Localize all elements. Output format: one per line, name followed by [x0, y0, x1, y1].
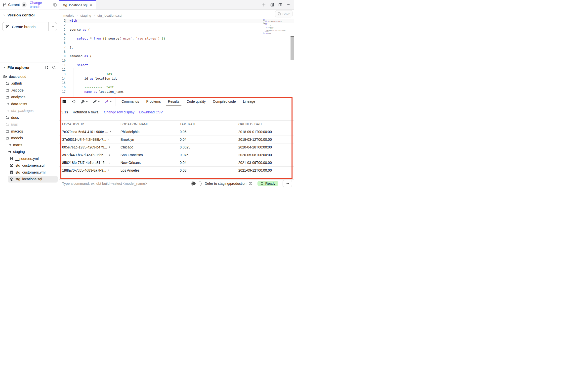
new-tab-plus-icon[interactable]	[262, 3, 266, 7]
change-row-display-link[interactable]: Change row display	[104, 110, 134, 114]
table-cell: 0.04	[177, 138, 235, 141]
file-item-docs[interactable]: docs	[3, 114, 58, 121]
help-icon[interactable]	[249, 182, 252, 186]
split-editor-icon[interactable]	[278, 3, 282, 7]
file-item--vscode[interactable]: .vscode	[3, 87, 58, 94]
ready-status-badge[interactable]: Ready	[257, 181, 278, 186]
returned-rows-label: Returned 6 rows.	[73, 110, 99, 114]
new-file-icon[interactable]	[45, 65, 49, 69]
save-label: Save	[283, 12, 291, 16]
close-icon[interactable]: ×	[90, 3, 92, 7]
create-branch-dropdown[interactable]	[49, 22, 57, 31]
code-line[interactable]: 5 select * from {{ source('ecom', 'raw_s…	[59, 37, 294, 41]
table-row[interactable]: 858218fb-73f7-4b1b-a31f-5...New Orleans0…	[59, 159, 294, 167]
file-item-marts[interactable]: marts	[5, 141, 58, 148]
expand-cell-icon[interactable]	[107, 169, 110, 172]
file-item-staging[interactable]: staging	[5, 148, 58, 155]
search-icon[interactable]	[52, 65, 56, 69]
file-item-stg-customers-sql[interactable]: stg_customers.sql	[8, 162, 58, 169]
results-meta-row: 3.1s Returned 6 rows. Change row display…	[59, 106, 294, 116]
version-control-header[interactable]: Version control	[0, 9, 59, 19]
code-line[interactable]: 16 ---------- text	[59, 85, 294, 90]
toolbar-divider	[116, 97, 116, 106]
breadcrumb: modelsstagingstg_locations.sql	[63, 12, 122, 19]
file-item-macros[interactable]: macros	[3, 128, 58, 135]
format-dropdown[interactable]	[93, 99, 100, 103]
code-line[interactable]: 15	[59, 81, 294, 85]
defer-label: Defer to staging/production	[205, 182, 246, 186]
expand-cell-icon[interactable]	[109, 131, 112, 133]
code-line[interactable]: 10	[59, 59, 294, 63]
copy-icon[interactable]	[53, 3, 57, 7]
changelog-icon[interactable]	[270, 3, 274, 7]
code-view-icon[interactable]	[72, 99, 76, 103]
panel-tab-problems[interactable]: Problems	[146, 97, 161, 106]
code-line[interactable]: 12	[59, 68, 294, 72]
file-explorer-header[interactable]: File explorer	[0, 63, 59, 72]
file-item-stg-locations-sql[interactable]: stg_locations.sql	[8, 176, 58, 183]
expand-cell-icon[interactable]	[109, 161, 111, 164]
code-editor[interactable]: 1with23source as (45 select * from {{ so…	[59, 19, 294, 97]
sidebar: Current Change branch Version control Cr…	[0, 0, 59, 188]
download-csv-link[interactable]: Download CSV	[139, 110, 163, 114]
minimap[interactable]: withsource as ( select * from {{ source(…	[263, 19, 291, 34]
more-options-button[interactable]	[283, 180, 292, 187]
editor-menu-icon[interactable]	[287, 3, 291, 7]
file-item--github[interactable]: .github	[3, 80, 58, 87]
ai-fix-dropdown[interactable]	[105, 99, 112, 103]
expand-cell-icon[interactable]	[109, 154, 111, 156]
code-line[interactable]: 8	[59, 50, 294, 54]
table-row[interactable]: 1f8ffa70-7cb5-4d83-8a7f-9...Los Angeles0…	[59, 167, 294, 174]
code-line[interactable]: 6	[59, 41, 294, 45]
code-line[interactable]: 2	[59, 23, 294, 28]
expand-cell-icon[interactable]	[107, 138, 110, 141]
file-item-models[interactable]: models	[3, 135, 58, 142]
table-row[interactable]: 005e7e1c-1935-4269-b479...Chicago0.06252…	[59, 143, 294, 151]
save-button[interactable]: Save	[275, 10, 293, 17]
code-line[interactable]: 11 select	[59, 63, 294, 68]
file-item-stg-customers-yml[interactable]: stg_customers.yml	[8, 169, 58, 176]
git-branch-icon	[2, 3, 6, 7]
results-grid-icon[interactable]	[62, 99, 66, 104]
panel-tab-compiled-code[interactable]: Compiled code	[213, 97, 236, 106]
panel-tab-lineage[interactable]: Lineage	[243, 97, 255, 106]
create-branch-button[interactable]: Create branch	[2, 22, 48, 31]
folder-icon	[5, 129, 9, 133]
breadcrumb-item[interactable]: models	[63, 14, 74, 17]
wrench-dropdown[interactable]	[81, 99, 88, 103]
vertical-scrollbar[interactable]	[291, 37, 294, 60]
code-line[interactable]: 3source as (	[59, 28, 294, 32]
file-item-logs[interactable]: logs	[3, 121, 58, 128]
breadcrumb-item[interactable]: staging	[81, 14, 91, 17]
code-line[interactable]: 17 name as location_name,	[59, 90, 294, 94]
tab-stg-locations[interactable]: stg_locations.sql ×	[59, 0, 96, 9]
code-line[interactable]: 9renamed as (	[59, 54, 294, 59]
code-line[interactable]: 4	[59, 32, 294, 37]
table-cell: Chicago	[118, 145, 177, 149]
table-row[interactable]: 7c079cea-5ed4-4101-906e-...Philadelphia0…	[59, 128, 294, 136]
file-item--sources-yml[interactable]: __sources.yml	[8, 155, 58, 162]
table-row[interactable]: 3977f440-b87d-461b-9dd6-...San Francisco…	[59, 151, 294, 159]
file-item-analyses[interactable]: analyses	[3, 94, 58, 101]
command-input[interactable]: Type a command, ex. dbt build --select <…	[62, 182, 191, 186]
file-item-docs-cloud[interactable]: docs-cloud	[1, 73, 58, 80]
file-item-label: analyses	[11, 95, 25, 99]
file-item-data-tests[interactable]: data-tests	[3, 100, 58, 107]
panel-tab-commands[interactable]: Commands	[122, 97, 139, 106]
file-item-dbt-packages[interactable]: dbt_packages	[3, 107, 58, 114]
code-line[interactable]: 1with	[59, 19, 294, 23]
defer-toggle[interactable]	[191, 181, 202, 186]
table-cell: 0.08	[177, 168, 235, 172]
floppy-icon	[277, 12, 281, 16]
table-row[interactable]: 37e5f311-b7f4-4f2f-988b-7...Brooklyn0.04…	[59, 136, 294, 143]
expand-cell-icon[interactable]	[108, 146, 111, 148]
breadcrumb-item[interactable]: stg_locations.sql	[97, 14, 122, 17]
wrench-icon	[81, 99, 85, 103]
folder-icon	[5, 123, 9, 126]
panel-tab-code-quality[interactable]: Code quality	[187, 97, 206, 106]
code-line[interactable]: 14 id as location_id,	[59, 77, 294, 81]
code-line[interactable]: 13 ---------- ids	[59, 72, 294, 77]
code-line[interactable]: 7),	[59, 45, 294, 50]
change-branch-link[interactable]: Change branch	[30, 1, 51, 9]
panel-tab-results[interactable]: Results	[168, 97, 179, 106]
